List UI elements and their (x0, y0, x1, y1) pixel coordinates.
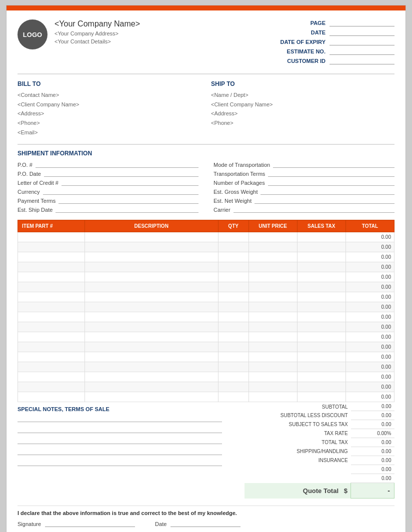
table-cell (248, 382, 297, 392)
table-cell (297, 382, 346, 392)
ship-to-section: SHIP TO <Name / Dept><Client Company Nam… (211, 80, 394, 137)
table-cell: 0.00 (346, 272, 394, 282)
table-cell (297, 242, 346, 252)
table-cell (218, 302, 248, 312)
table-cell (84, 372, 218, 382)
table-cell: 0.00 (346, 322, 394, 332)
table-cell (218, 352, 248, 362)
totals-value: 0.00 (351, 402, 394, 411)
bottom-section: SPECIAL NOTES, TERMS OF SALE SUBTOTAL0.0… (18, 402, 394, 499)
table-cell (297, 232, 346, 242)
table-cell (248, 282, 297, 292)
header-field-label: ESTIMATE NO. (276, 48, 326, 54)
table-cell (297, 292, 346, 302)
date-line (170, 520, 240, 527)
totals-value: 0.00 (351, 438, 394, 447)
totals-value: 0.00% (351, 429, 394, 438)
company-name: <Your Company Name> (54, 19, 140, 28)
totals-label: SHIPPING/HANDLING (244, 447, 351, 456)
shipment-left-col: P.O. #P.O. DateLetter of Credit #Currenc… (18, 161, 198, 213)
bill-to-line: <Phone> (18, 118, 201, 128)
ship-to-lines: <Name / Dept><Client Company Name><Addre… (211, 90, 394, 128)
shipment-field-line (62, 179, 198, 186)
table-cell (297, 372, 346, 382)
table-cell (218, 362, 248, 372)
table-cell (18, 262, 85, 272)
table-row: 0.00 (18, 372, 394, 382)
table-header-cell: QTY (218, 220, 248, 232)
bill-to-line: <Address> (18, 109, 201, 118)
shipment-row: Number of Packages (214, 179, 394, 186)
table-cell (218, 242, 248, 252)
ship-to-line: <Client Company Name> (211, 100, 394, 109)
table-cell (248, 342, 297, 352)
table-cell: 0.00 (346, 232, 394, 242)
notes-title: SPECIAL NOTES, TERMS OF SALE (18, 406, 244, 412)
shipment-label: Est. Ship Date (18, 207, 52, 213)
table-cell (297, 342, 346, 352)
shipment-field-line (36, 161, 198, 168)
table-cell (297, 322, 346, 332)
table-cell (248, 372, 297, 382)
table-cell (218, 382, 248, 392)
declaration-text: I declare that the above information is … (18, 510, 394, 516)
totals-value: 0.00 (351, 456, 394, 465)
table-cell (18, 252, 85, 262)
header-field-row: DATE (254, 29, 394, 36)
table-cell (248, 242, 297, 252)
table-cell (218, 322, 248, 332)
header-section: LOGO <Your Company Name> <Your Company A… (18, 19, 394, 64)
totals-row: 0.00 (244, 474, 394, 483)
table-cell: 0.00 (346, 382, 394, 392)
table-cell (248, 322, 297, 332)
ship-to-line: <Address> (211, 109, 394, 118)
table-cell (84, 322, 218, 332)
shipment-row: Currency (18, 188, 198, 195)
totals-row: SHIPPING/HANDLING0.00 (244, 447, 394, 456)
notes-line (18, 448, 222, 455)
table-cell (18, 312, 85, 322)
header-field-label: DATE OF EXPIRY (276, 39, 326, 45)
table-cell (84, 292, 218, 302)
table-row: 0.00 (18, 332, 394, 342)
table-cell (248, 232, 297, 242)
table-cell (248, 332, 297, 342)
table-row: 0.00 (18, 362, 394, 372)
totals-row: 0.00 (244, 465, 394, 474)
table-cell (84, 342, 218, 352)
table-cell (84, 252, 218, 262)
table-cell (248, 312, 297, 322)
totals-value: 0.00 (351, 474, 394, 483)
table-cell: 0.00 (346, 302, 394, 312)
table-cell: 0.00 (346, 352, 394, 362)
signature-field: Signature (18, 520, 135, 527)
totals-label: SUBJECT TO SALES TAX (244, 420, 351, 429)
quote-total-label: Quote Total $ (244, 483, 351, 499)
declaration-section: I declare that the above information is … (18, 506, 394, 527)
shipment-field-line (56, 206, 198, 213)
header-field-line (330, 19, 394, 26)
table-row: 0.00 (18, 282, 394, 292)
totals-row: SUBJECT TO SALES TAX0.00 (244, 420, 394, 429)
table-cell (248, 272, 297, 282)
totals-row: TAX RATE0.00% (244, 429, 394, 438)
table-row: 0.00 (18, 262, 394, 272)
table-cell (18, 332, 85, 342)
shipment-field-line (254, 197, 394, 204)
table-cell: 0.00 (346, 252, 394, 262)
table-cell (248, 352, 297, 362)
totals-label: INSURANCE (244, 456, 351, 465)
table-cell (297, 262, 346, 272)
table-row: 0.00 (18, 302, 394, 312)
table-cell (248, 392, 297, 402)
table-cell (297, 252, 346, 262)
table-cell (84, 302, 218, 312)
table-cell (18, 242, 85, 252)
totals-value: 0.00 (351, 465, 394, 474)
quote-total-value: - (351, 483, 394, 499)
shipment-row: Carrier (214, 206, 394, 213)
shipment-label: Est. Gross Weight (214, 189, 258, 195)
table-header-cell: TOTAL (346, 220, 394, 232)
table-cell (84, 382, 218, 392)
header-field-row: ESTIMATE NO. (254, 48, 394, 55)
